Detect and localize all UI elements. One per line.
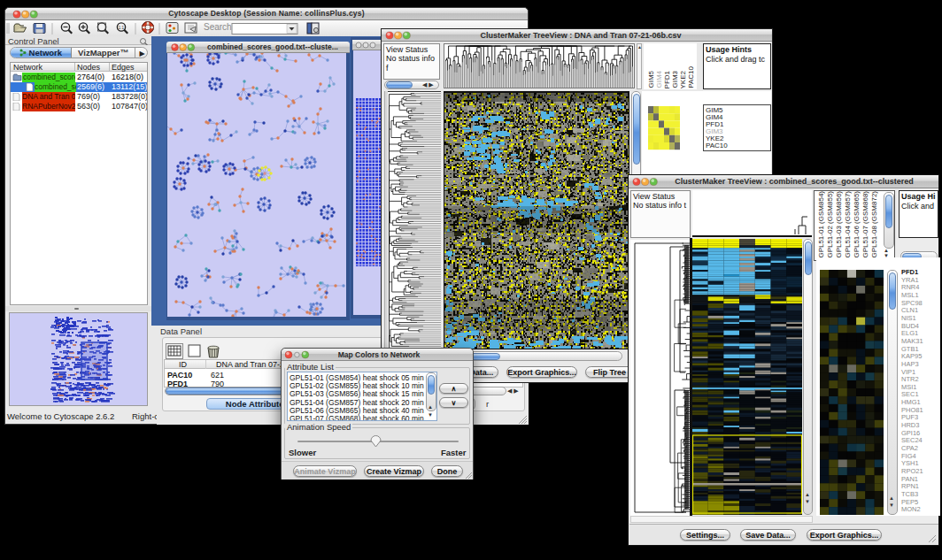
- svg-text:Search:: Search:: [204, 22, 234, 32]
- svg-text:1:1: 1:1: [119, 26, 125, 30]
